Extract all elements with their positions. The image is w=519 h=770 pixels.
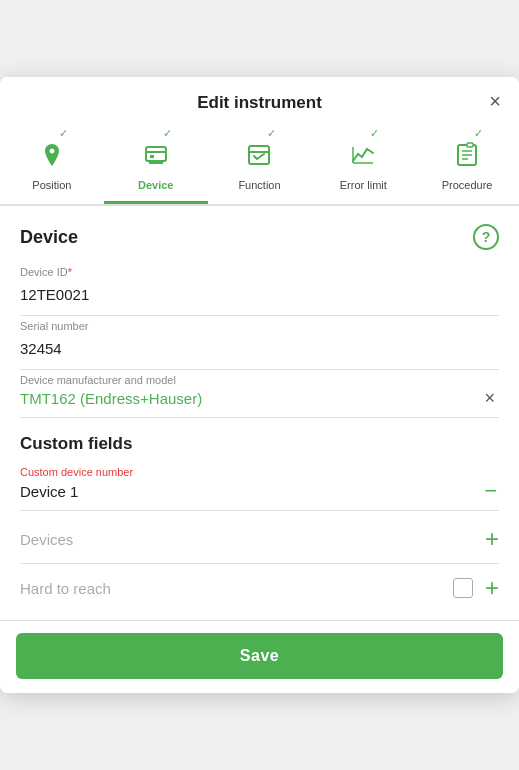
device-id-label: Device ID* [20, 266, 499, 278]
procedure-icon [453, 141, 481, 175]
hard-to-reach-label: Hard to reach [20, 580, 111, 597]
hard-to-reach-row: Hard to reach + [20, 568, 499, 608]
divider-2 [20, 369, 499, 370]
tab-position-label: Position [32, 179, 71, 191]
section-title: Device [20, 227, 78, 248]
divider-4 [20, 510, 499, 511]
tab-error-limit-check: ✓ [370, 127, 379, 140]
tab-error-limit-label: Error limit [340, 179, 387, 191]
tab-device-check: ✓ [163, 127, 172, 140]
tab-bar: ✓ Position ✓ Device [0, 125, 519, 206]
custom-device-number-value[interactable]: Device 1 [20, 483, 482, 500]
tab-function-check: ✓ [267, 127, 276, 140]
tab-device[interactable]: ✓ Device [104, 125, 208, 204]
modal-header: Edit instrument × [0, 77, 519, 125]
serial-number-field: Serial number 32454 [20, 320, 499, 365]
position-icon [38, 141, 66, 175]
hard-to-reach-controls: + [453, 576, 499, 600]
required-marker: * [68, 266, 72, 278]
custom-device-number-remove-button[interactable]: − [482, 480, 499, 502]
devices-add-row: Devices + [20, 515, 499, 559]
tab-position[interactable]: ✓ Position [0, 125, 104, 204]
error-limit-icon [349, 141, 377, 175]
manufacturer-model-field: Device manufacturer and model TMT162 (En… [20, 374, 499, 413]
divider-5 [20, 563, 499, 564]
close-button[interactable]: × [489, 91, 501, 111]
content-area: Device ? Device ID* 12TE0021 Serial numb… [0, 206, 519, 620]
custom-device-number-label: Custom device number [20, 466, 499, 478]
serial-number-label: Serial number [20, 320, 499, 332]
divider-3 [20, 417, 499, 418]
modal-title: Edit instrument [197, 93, 322, 113]
device-icon [142, 141, 170, 175]
svg-rect-14 [467, 143, 473, 147]
edit-instrument-modal: Edit instrument × ✓ Position ✓ [0, 77, 519, 693]
custom-fields-title: Custom fields [20, 434, 499, 454]
tab-procedure-label: Procedure [442, 179, 493, 191]
divider-1 [20, 315, 499, 316]
manufacturer-model-row: TMT162 (Endress+Hauser) × [20, 388, 499, 413]
save-button[interactable]: Save [16, 633, 503, 679]
manufacturer-model-label: Device manufacturer and model [20, 374, 499, 386]
tab-function-label: Function [238, 179, 280, 191]
tab-device-label: Device [138, 179, 173, 191]
custom-device-number-row: Device 1 − [20, 480, 499, 506]
help-button[interactable]: ? [473, 224, 499, 250]
svg-rect-6 [249, 146, 269, 164]
tab-procedure-check: ✓ [474, 127, 483, 140]
custom-device-number-field: Custom device number Device 1 − [20, 466, 499, 506]
function-icon [245, 141, 273, 175]
manufacturer-model-value[interactable]: TMT162 (Endress+Hauser) [20, 390, 480, 407]
serial-number-value[interactable]: 32454 [20, 334, 499, 365]
manufacturer-model-clear-button[interactable]: × [480, 388, 499, 409]
section-header: Device ? [20, 224, 499, 250]
tab-error-limit[interactable]: ✓ Error limit [311, 125, 415, 204]
tab-procedure[interactable]: ✓ Procedure [415, 125, 519, 204]
hard-to-reach-add-button[interactable]: + [485, 576, 499, 600]
devices-label: Devices [20, 531, 73, 548]
svg-rect-5 [150, 155, 154, 158]
device-id-value[interactable]: 12TE0021 [20, 280, 499, 311]
tab-position-check: ✓ [59, 127, 68, 140]
hard-to-reach-checkbox[interactable] [453, 578, 473, 598]
modal-footer: Save [0, 620, 519, 693]
tab-function[interactable]: ✓ Function [208, 125, 312, 204]
devices-add-button[interactable]: + [485, 527, 499, 551]
svg-rect-0 [146, 147, 166, 161]
device-id-field: Device ID* 12TE0021 [20, 266, 499, 311]
